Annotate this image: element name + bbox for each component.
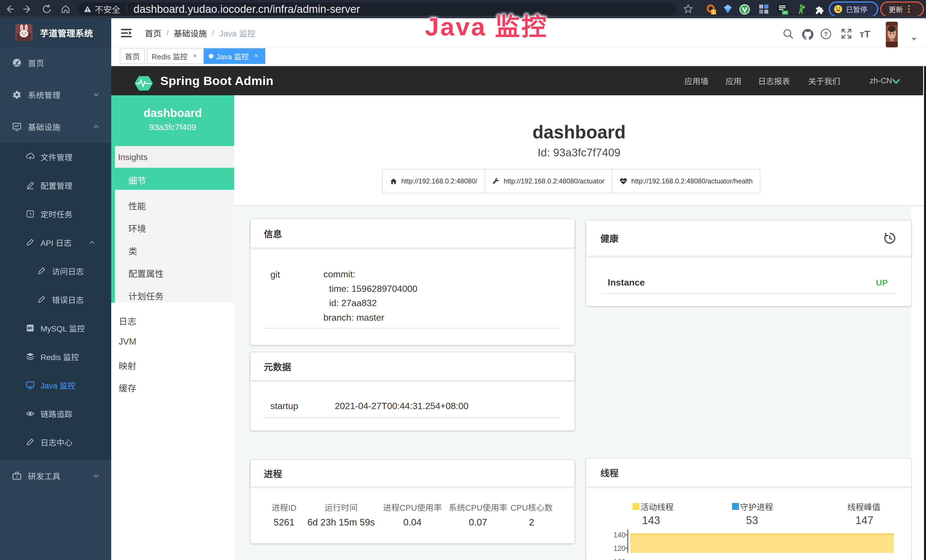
svg-text:?: ? [824, 30, 828, 38]
svg-text:1: 1 [713, 10, 715, 15]
svg-text:on: on [783, 10, 787, 15]
